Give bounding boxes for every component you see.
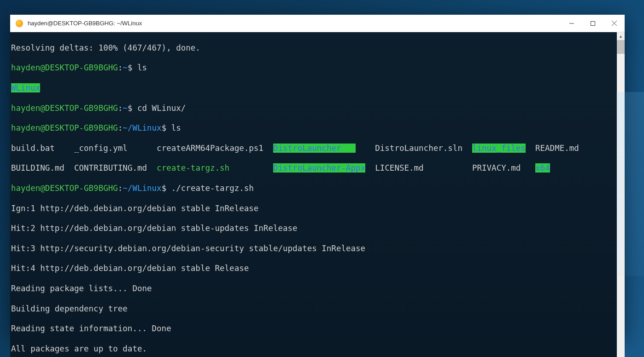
prompt-dollar: $: [162, 123, 167, 132]
ls-item-dir: DistroLauncher: [273, 144, 341, 153]
ls-item-dir: linux_files: [472, 144, 526, 153]
command-text: ls: [137, 63, 147, 72]
output-text: Building dependency tree: [11, 304, 128, 313]
ls-row: BUILDING.md CONTRIBUTING.md create-targz…: [10, 163, 617, 173]
ls-item-dir: DistroLauncher-Appx: [273, 163, 365, 173]
prompt-sep: :: [118, 123, 123, 132]
ls-row: build.bat _config.yml createARM64Package…: [10, 144, 617, 154]
ls-item: CONTRIBUTING.md: [74, 163, 147, 173]
close-button[interactable]: [603, 15, 625, 32]
scroll-up-icon[interactable]: ▴: [617, 32, 625, 40]
terminal-output[interactable]: Resolving deltas: 100% (467/467), done. …: [10, 32, 617, 357]
ls-item: _config.yml: [74, 144, 128, 153]
output-text: All packages are up to date.: [11, 344, 147, 353]
ls-item: createARM64Package.ps1: [157, 144, 263, 153]
window-title: hayden@DESKTOP-GB9BGHG: ~/WLinux: [28, 20, 142, 27]
output-text: Hit:3 http://security.debian.org/debian-…: [11, 244, 365, 253]
prompt-path: ~/WLinux: [123, 123, 161, 132]
output-text: Hit:4 http://deb.debian.org/debian stabl…: [11, 264, 249, 273]
terminal-body: Resolving deltas: 100% (467/467), done. …: [10, 32, 625, 357]
prompt-userhost: hayden@DESKTOP-GB9BGHG: [11, 123, 118, 132]
vertical-scrollbar[interactable]: ▴ ▾: [617, 32, 625, 357]
ls-item: README.md: [535, 144, 579, 153]
app-icon: [16, 20, 23, 27]
prompt-userhost: hayden@DESKTOP-GB9BGHG: [11, 63, 118, 72]
ls-item-dir: WLinux: [11, 83, 40, 92]
prompt-dollar: $: [162, 184, 167, 193]
ls-pad: [341, 144, 356, 153]
scrollbar-thumb[interactable]: [617, 40, 625, 54]
command-text: ls: [171, 123, 181, 132]
ls-item: PRIVACY.md: [472, 163, 521, 173]
prompt-sep: :: [118, 184, 123, 193]
ls-item: BUILDING.md: [11, 163, 64, 173]
output-text: Reading package lists... Done: [11, 284, 152, 293]
output-text: Resolving deltas: 100% (467/467), done.: [11, 43, 200, 52]
minimize-button[interactable]: [561, 15, 582, 32]
prompt-dollar: $: [128, 63, 133, 72]
output-text: Hit:2 http://deb.debian.org/debian stabl…: [11, 224, 298, 233]
ls-item: build.bat: [11, 144, 55, 153]
command-text: cd WLinux/: [137, 104, 186, 113]
ls-item-exec: create-targz.sh: [157, 163, 229, 173]
ls-item: LICENSE.md: [375, 163, 423, 173]
prompt-sep: :: [118, 104, 123, 113]
prompt-userhost: hayden@DESKTOP-GB9BGHG: [11, 184, 118, 193]
ls-item-dir: x64: [535, 163, 550, 173]
ls-item: DistroLauncher.sln: [375, 144, 463, 153]
titlebar[interactable]: hayden@DESKTOP-GB9BGHG: ~/WLinux: [10, 15, 625, 32]
output-text: Reading state information... Done: [11, 324, 171, 333]
prompt-path: ~: [123, 104, 128, 113]
prompt-path: ~/WLinux: [123, 184, 161, 193]
prompt-dollar: $: [128, 104, 133, 113]
terminal-window: hayden@DESKTOP-GB9BGHG: ~/WLinux Resolvi…: [10, 15, 625, 337]
maximize-button[interactable]: [582, 15, 603, 32]
prompt-path: ~: [123, 63, 128, 72]
output-text: Ign:1 http://deb.debian.org/debian stabl…: [11, 204, 258, 213]
command-text: ./create-targz.sh: [171, 184, 254, 193]
prompt-sep: :: [118, 63, 123, 72]
prompt-userhost: hayden@DESKTOP-GB9BGHG: [11, 104, 118, 113]
svg-rect-1: [591, 21, 595, 25]
